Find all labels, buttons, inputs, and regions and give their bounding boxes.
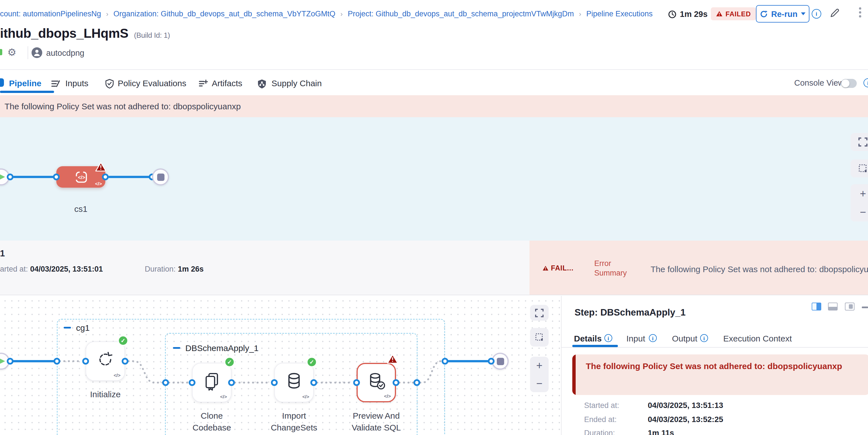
connector-port xyxy=(54,358,60,365)
connector-port xyxy=(53,174,60,180)
policy-violation-banner-text: The following Policy Set was not adhered… xyxy=(4,101,241,111)
divider xyxy=(28,46,28,59)
tab-input[interactable]: Input xyxy=(626,334,645,343)
stop-icon xyxy=(497,358,504,365)
connector-port xyxy=(7,174,13,180)
breadcrumb-pipeline-executions[interactable]: Pipeline Executions xyxy=(586,9,653,18)
page-title: ithub_dbops_LHqmS(Build Id: 1) xyxy=(0,26,170,41)
svg-text:</>: </> xyxy=(78,175,85,180)
edit-pipeline-button[interactable] xyxy=(829,7,841,20)
stage-fail-badge: FAIL... xyxy=(542,264,574,272)
code-glyph: </> xyxy=(114,372,121,378)
avatar xyxy=(32,47,42,58)
console-view-info-icon[interactable]: i xyxy=(864,78,868,87)
rerun-button-label: Re-run xyxy=(771,9,797,18)
step-import-changesets[interactable]: </> xyxy=(274,363,314,402)
refresh-icon xyxy=(760,10,768,18)
step-label-clone-codebase: Clone Codebase xyxy=(181,410,243,433)
tab-execution-context[interactable]: Execution Context xyxy=(723,334,792,343)
breadcrumb-separator: › xyxy=(106,10,108,18)
step-preview-validate-sql[interactable]: </> xyxy=(356,363,396,402)
ended-at-value: 04/03/2025, 13:52:25 xyxy=(648,415,723,424)
step-label-import-changesets: Import ChangeSets xyxy=(263,410,325,433)
started-at-value: 04/03/2025, 13:51:13 xyxy=(648,401,723,410)
layout-bottom-view-button[interactable] xyxy=(828,303,838,310)
started-at-label: Started at: xyxy=(584,401,619,410)
connector-line xyxy=(108,176,150,178)
connector-port xyxy=(488,358,495,365)
gear-icon[interactable]: ⚙ xyxy=(7,46,16,59)
breadcrumb-organization[interactable]: Organization: Github_db_devops_aut_db_sc… xyxy=(114,9,335,18)
more-options-menu[interactable] xyxy=(857,7,864,21)
connector-port xyxy=(82,358,89,365)
fullscreen-button[interactable] xyxy=(530,305,549,321)
tab-details[interactable]: Details xyxy=(574,334,601,343)
tab-output[interactable]: Output xyxy=(672,334,697,343)
step-error-text: The following Policy Set was not adhered… xyxy=(586,361,842,371)
tab-inputs[interactable]: Inputs xyxy=(65,78,88,88)
fullscreen-icon xyxy=(859,137,867,147)
step-panel-title: Step: DBSchemaApply_1 xyxy=(575,307,685,318)
supply-chain-tab-icon xyxy=(257,79,267,89)
connector-port xyxy=(162,379,169,386)
step-label-initialize: Initialize xyxy=(74,388,136,400)
tab-artifacts[interactable]: Artifacts xyxy=(212,78,242,88)
triggered-by-user: autocdpng xyxy=(46,49,84,58)
stage-summary-bar[interactable]: 1 arted at:04/03/2025, 13:51:01 Duration… xyxy=(0,241,868,295)
step-graph-canvas[interactable]: cg1 DBSchemaApply_1 xyxy=(0,296,561,435)
tab-supply-chain[interactable]: Supply Chain xyxy=(272,78,322,88)
console-view-toggle[interactable] xyxy=(841,79,857,88)
zoom-out-button[interactable]: − xyxy=(536,378,542,389)
stage-label: cs1 xyxy=(56,204,105,213)
fullscreen-button[interactable] xyxy=(850,133,868,151)
breadcrumb: count: automationPipelinesNg › Organizat… xyxy=(0,9,653,18)
breadcrumb-project[interactable]: Project: Github_db_devops_aut_db_schema_… xyxy=(348,9,574,18)
connector-port xyxy=(122,358,128,365)
layout-right-view-button[interactable] xyxy=(812,303,821,310)
warning-icon xyxy=(716,11,723,17)
marquee-select-button[interactable] xyxy=(850,159,868,178)
zoom-out-button[interactable]: − xyxy=(860,207,866,218)
breadcrumb-account[interactable]: count: automationPipelinesNg xyxy=(0,9,101,18)
connector-port xyxy=(228,379,235,386)
connector-port xyxy=(271,379,278,386)
console-view-label: Console View xyxy=(794,78,844,87)
rerun-button[interactable]: Re-run xyxy=(756,5,809,23)
tab-pipeline[interactable]: Pipeline xyxy=(9,78,41,88)
connector-port xyxy=(189,379,195,386)
connector-port xyxy=(7,358,13,365)
step-initialize[interactable]: </> xyxy=(86,341,125,381)
zoom-in-button[interactable]: + xyxy=(860,188,866,199)
connector-port xyxy=(310,379,317,386)
input-info-icon[interactable]: i xyxy=(649,334,657,342)
tab-policy-evaluations[interactable]: Policy Evaluations xyxy=(118,78,186,88)
status-badge: FAILED xyxy=(711,7,756,20)
stage-name: 1 xyxy=(0,248,5,259)
user-icon xyxy=(32,47,42,58)
connector-port xyxy=(442,358,448,365)
output-info-icon[interactable]: i xyxy=(700,334,708,342)
zoom-in-button[interactable]: + xyxy=(536,360,542,371)
divider xyxy=(0,69,868,70)
success-badge: ✓ xyxy=(224,357,235,367)
preview-validate-sql-icon xyxy=(367,372,386,391)
active-tab-underline xyxy=(0,91,54,93)
marquee-select-button[interactable] xyxy=(530,328,549,346)
policy-violation-banner: The following Policy Set was not adhered… xyxy=(0,95,868,117)
code-glyph: </> xyxy=(384,393,391,399)
minimize-panel-button[interactable] xyxy=(862,307,868,308)
breadcrumb-separator: › xyxy=(579,10,581,18)
info-icon[interactable]: i xyxy=(812,9,821,19)
connector-port xyxy=(413,379,420,386)
code-glyph: </> xyxy=(95,181,102,187)
details-info-icon[interactable]: i xyxy=(604,334,612,342)
step-clone-codebase[interactable]: </> xyxy=(192,363,231,402)
active-tab-underline xyxy=(572,345,618,347)
stage-graph-canvas[interactable]: </> </> cs1 + xyxy=(0,117,868,241)
custom-stage-icon: </> xyxy=(74,169,88,184)
pipeline-execution-page: count: automationPipelinesNg › Organizat… xyxy=(0,0,868,435)
layout-floating-view-button[interactable] xyxy=(845,303,855,310)
step-label-preview-validate-sql: Preview And Validate SQL xyxy=(345,410,407,433)
code-glyph: </> xyxy=(302,394,309,400)
connector-port xyxy=(102,174,109,180)
